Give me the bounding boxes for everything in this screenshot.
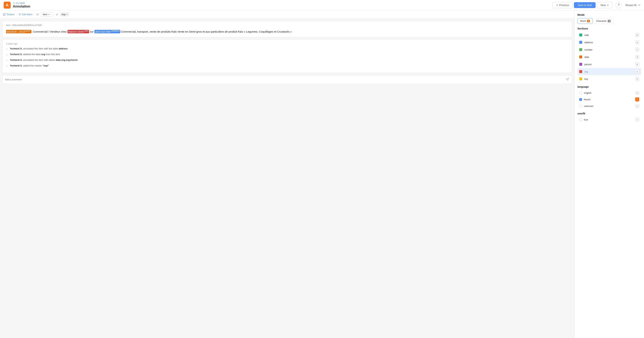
section-name-date: date <box>584 56 635 58</box>
character-tab[interactable]: Character 4 <box>594 18 614 24</box>
check-box-overfit-true[interactable] <box>579 118 582 121</box>
word-count: 2 <box>587 20 590 22</box>
toolbar-divider-2 <box>34 13 34 16</box>
section-color-key <box>579 77 582 80</box>
activity-icon-3: ◇ <box>6 59 8 62</box>
user-menu[interactable]: Muram M. <box>626 4 640 6</box>
section-key-number: n <box>635 48 639 52</box>
back-link[interactable]: CV NER <box>13 2 29 4</box>
toolbar-divider <box>16 13 17 16</box>
remove-tag-button[interactable]: × <box>66 13 68 16</box>
section-color-date <box>579 55 582 58</box>
section-row-number[interactable]: number n <box>578 46 641 53</box>
activity-icon-1: ◇ <box>6 47 8 50</box>
svg-point-0 <box>3 13 5 15</box>
activity-card: 2 years ago ◇ Yevhenii S. annotated this… <box>2 39 572 73</box>
section-color-web <box>579 33 582 36</box>
pencil-icon <box>56 13 58 16</box>
save-next-button[interactable]: Save & Next <box>574 2 596 8</box>
section-row-address[interactable]: address a <box>578 39 641 46</box>
help-button[interactable]: ? <box>616 2 622 8</box>
next-button[interactable]: Next <box>597 2 613 8</box>
section-color-person <box>579 63 582 66</box>
section-row-date[interactable]: date d <box>578 53 641 60</box>
svg-rect-3 <box>19 14 20 15</box>
lang-key-french: f <box>635 97 639 101</box>
address-highlight[interactable]: Jard Sur MerADDRESS <box>94 30 120 33</box>
toolbox-button[interactable]: i Toolbox <box>3 13 15 16</box>
content-area: Item : #60cee9b6c6009f001ccb7649 03/2018… <box>0 19 574 338</box>
section-row-web[interactable]: web w <box>578 31 641 38</box>
section-name-org: org <box>584 70 635 73</box>
overfit-label: overfit <box>578 112 641 115</box>
activity-item: ◇ Yevhenii S. annotated this item with t… <box>6 47 568 50</box>
lang-row-french[interactable]: ✓ french f <box>578 96 641 103</box>
edit-filters-button[interactable]: Edit filters <box>18 13 32 16</box>
send-button[interactable] <box>566 77 569 82</box>
section-key-org: o <box>635 70 639 74</box>
main-layout: i Toolbox Edit filters Item exp × <box>0 10 644 338</box>
activity-item-2: ◇ Yevhenii S. deleted the label org from… <box>6 53 568 56</box>
overfit-row-true[interactable]: true t <box>578 116 641 123</box>
section-color-number <box>579 48 582 51</box>
overfit-label-true: true <box>584 118 635 121</box>
activity-icon-2: ◇ <box>6 53 8 56</box>
lang-key-english: e <box>635 91 639 95</box>
lang-key-unknown: u <box>635 104 639 108</box>
section-row-key[interactable]: key k <box>578 75 641 82</box>
left-panel: i Toolbox Edit filters Item exp × <box>0 10 574 338</box>
item-id: Item : #60cee9b6c6009f001ccb7649 <box>6 24 568 26</box>
activity-time: 2 years ago <box>6 42 568 45</box>
overfit-section: overfit true t <box>578 112 641 123</box>
view-toggle[interactable] <box>36 13 39 16</box>
tag-exp: exp × <box>60 12 69 16</box>
item-select[interactable]: Item <box>41 12 52 17</box>
svg-rect-4 <box>20 15 20 15</box>
section-key-web: w <box>635 33 639 37</box>
section-name-number: number <box>584 48 635 51</box>
back-label: CV NER <box>16 2 25 4</box>
overfit-key-true: t <box>635 118 639 122</box>
lang-label-english: english <box>584 92 635 94</box>
toolbar: i Toolbox Edit filters Item exp × <box>0 10 574 19</box>
section-color-org <box>579 70 582 73</box>
toolbar-divider-3 <box>54 13 54 16</box>
header: A CV NER Annotation Previous Save & Next… <box>0 0 644 10</box>
check-box-unknown[interactable] <box>579 105 582 108</box>
language-section: language english e ✓ french f unknown u <box>578 85 641 109</box>
section-key-key: k <box>635 77 639 81</box>
comment-input[interactable] <box>5 78 564 81</box>
date-highlight[interactable]: 03/2018 - 2019DATE <box>6 30 31 33</box>
section-color-address <box>579 41 582 44</box>
section-name-key: key <box>584 78 635 80</box>
mode-tabs: Word 2 Character 4 <box>578 18 641 24</box>
section-name-address: address <box>584 41 635 44</box>
annotation-card: Item : #60cee9b6c6009f001ccb7649 03/2018… <box>2 21 572 37</box>
char-count: 4 <box>608 20 611 22</box>
svg-text:i: i <box>4 14 4 15</box>
section-row-person[interactable]: person p <box>578 61 641 68</box>
section-key-person: p <box>635 62 639 66</box>
activity-icon-4: ◇ <box>6 64 8 67</box>
sections-label: Sections <box>578 27 641 30</box>
activity-item-4: ◇ Yevhenii S. added the marker "exp" <box>6 64 568 67</box>
lang-row-unknown[interactable]: unknown u <box>578 103 641 109</box>
lang-row-english[interactable]: english e <box>578 90 641 96</box>
right-panel: Mode Word 2 Character 4 Sections web w a… <box>574 10 644 338</box>
language-list: english e ✓ french f unknown u <box>578 90 641 109</box>
lang-label-unknown: unknown <box>584 105 635 108</box>
comment-box <box>2 75 572 84</box>
page-title: Annotation <box>13 4 30 8</box>
word-tab[interactable]: Word 2 <box>578 18 593 24</box>
previous-button[interactable]: Previous <box>552 2 572 8</box>
sections-list: web w address a number n date d person p… <box>578 31 641 82</box>
section-row-org[interactable]: org o <box>578 68 641 75</box>
section-name-person: person <box>584 63 635 66</box>
check-box-french[interactable]: ✓ <box>579 98 582 101</box>
mode-label: Mode <box>578 13 641 16</box>
lang-label-french: french <box>584 98 635 101</box>
check-box-english[interactable] <box>579 92 582 94</box>
app-logo: A <box>4 2 11 8</box>
language-label: language <box>578 85 641 88</box>
org-highlight[interactable]: Maison DorieORG <box>68 30 89 33</box>
